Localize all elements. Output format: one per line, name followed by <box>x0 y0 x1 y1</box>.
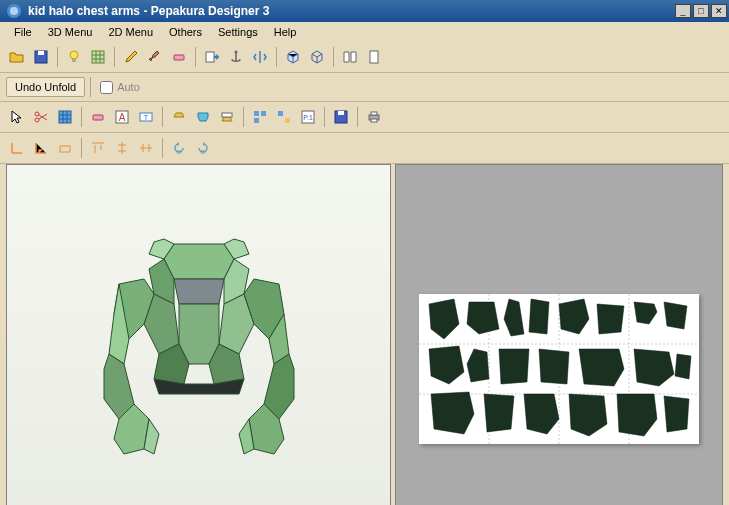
flap3-button[interactable] <box>216 106 238 128</box>
cursor-icon <box>9 109 25 125</box>
svg-rect-22 <box>254 118 259 123</box>
svg-marker-38 <box>174 279 224 304</box>
brush-icon <box>147 49 163 65</box>
grid2d-button[interactable] <box>54 106 76 128</box>
cube1-button[interactable] <box>282 46 304 68</box>
anchor-button[interactable] <box>225 46 247 68</box>
open-button[interactable] <box>6 46 28 68</box>
align1-button[interactable] <box>87 137 109 159</box>
save-button[interactable] <box>30 46 52 68</box>
align2-button[interactable] <box>111 137 133 159</box>
save2-button[interactable] <box>330 106 352 128</box>
eraser-button[interactable] <box>168 46 190 68</box>
maximize-button[interactable]: □ <box>693 4 709 18</box>
viewport-3d[interactable] <box>6 164 391 505</box>
viewport-2d[interactable] <box>395 164 723 505</box>
edge3-icon <box>57 140 73 156</box>
svg-point-9 <box>235 51 238 54</box>
flip-icon <box>252 49 268 65</box>
align3-button[interactable] <box>135 137 157 159</box>
select-button[interactable] <box>6 106 28 128</box>
export-button[interactable] <box>201 46 223 68</box>
svg-marker-76 <box>617 394 657 436</box>
window-controls: _ □ ✕ <box>675 4 727 18</box>
menu-others[interactable]: Others <box>161 24 210 40</box>
svg-marker-68 <box>539 349 569 384</box>
cube2-button[interactable] <box>306 46 328 68</box>
flap1-button[interactable] <box>168 106 190 128</box>
model-3d-render <box>59 204 339 504</box>
svg-marker-63 <box>634 302 657 324</box>
edge3-button[interactable] <box>54 137 76 159</box>
workspace <box>0 164 729 505</box>
close-button[interactable]: ✕ <box>711 4 727 18</box>
unfolded-parts <box>419 294 699 444</box>
texture-button[interactable] <box>87 46 109 68</box>
app-icon <box>6 3 22 19</box>
floppy2-icon <box>333 109 349 125</box>
floppy-icon <box>33 49 49 65</box>
cube-wireframe-icon <box>309 49 325 65</box>
print-button[interactable] <box>363 106 385 128</box>
text2-button[interactable]: T <box>135 106 157 128</box>
brush-button[interactable] <box>144 46 166 68</box>
flip-button[interactable] <box>249 46 271 68</box>
folder-open-icon <box>9 49 25 65</box>
rotate90-button[interactable]: 90 <box>168 137 190 159</box>
svg-rect-19 <box>222 113 232 117</box>
svg-rect-8 <box>206 52 214 62</box>
svg-marker-65 <box>429 346 464 384</box>
p1-button[interactable]: P.1 <box>297 106 319 128</box>
svg-marker-58 <box>467 302 499 334</box>
page-number-icon: P.1 <box>300 109 316 125</box>
texture-icon <box>90 49 106 65</box>
menu-3d[interactable]: 3D Menu <box>40 24 101 40</box>
minimize-button[interactable]: _ <box>675 4 691 18</box>
menu-2d[interactable]: 2D Menu <box>100 24 161 40</box>
svg-marker-71 <box>675 354 691 379</box>
scissors-button[interactable] <box>30 106 52 128</box>
undo-unfold-button[interactable]: Undo Unfold <box>6 77 85 97</box>
svg-marker-59 <box>504 299 524 336</box>
text-button[interactable]: A <box>111 106 133 128</box>
svg-marker-35 <box>164 244 234 279</box>
svg-point-11 <box>35 118 39 122</box>
rotate90r-button[interactable]: 90 <box>192 137 214 159</box>
svg-marker-64 <box>664 302 687 329</box>
arrange2-button[interactable] <box>273 106 295 128</box>
svg-rect-5 <box>72 59 76 62</box>
edge2-icon <box>33 140 49 156</box>
edge1-button[interactable] <box>6 137 28 159</box>
svg-point-12 <box>35 112 39 116</box>
flap2-button[interactable] <box>192 106 214 128</box>
svg-rect-24 <box>285 118 290 123</box>
erase2d-button[interactable] <box>87 106 109 128</box>
svg-marker-74 <box>524 394 559 434</box>
svg-text:P.1: P.1 <box>303 114 313 121</box>
align3-icon <box>138 140 154 156</box>
svg-rect-31 <box>371 119 377 122</box>
main-toolbar <box>0 42 729 73</box>
svg-rect-30 <box>371 112 377 115</box>
arrange1-button[interactable] <box>249 106 271 128</box>
menu-file[interactable]: File <box>6 24 40 40</box>
auto-checkbox-wrap: Auto <box>96 81 144 94</box>
svg-rect-14 <box>93 115 103 120</box>
pencil-button[interactable] <box>120 46 142 68</box>
svg-text:90: 90 <box>176 149 182 155</box>
book-button[interactable] <box>339 46 361 68</box>
svg-marker-57 <box>429 299 459 339</box>
svg-rect-3 <box>38 51 44 55</box>
bulb-button[interactable] <box>63 46 85 68</box>
auto-checkbox[interactable] <box>100 81 113 94</box>
anchor-icon <box>228 49 244 65</box>
edge2-button[interactable] <box>30 137 52 159</box>
menu-help[interactable]: Help <box>266 24 305 40</box>
text-icon: A <box>114 109 130 125</box>
unfolded-paper <box>419 294 699 444</box>
svg-marker-73 <box>484 394 514 432</box>
menu-settings[interactable]: Settings <box>210 24 266 40</box>
page-button[interactable] <box>363 46 385 68</box>
export-icon <box>204 49 220 65</box>
svg-marker-70 <box>634 349 674 386</box>
